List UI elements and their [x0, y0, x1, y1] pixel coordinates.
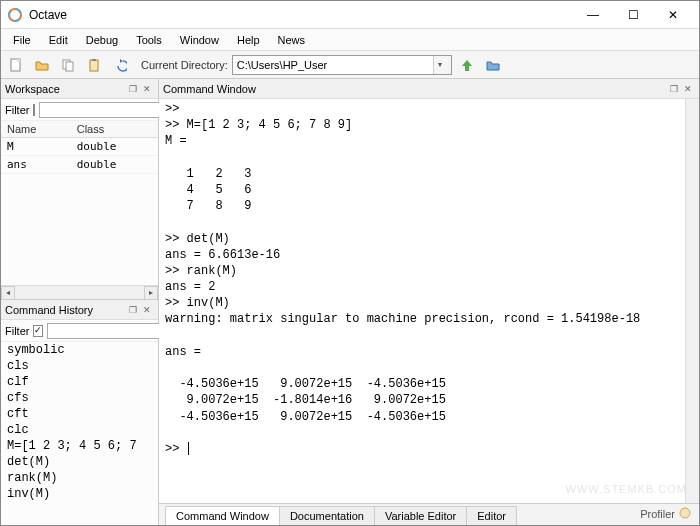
table-row[interactable]: ansdouble: [1, 156, 158, 174]
menu-help[interactable]: Help: [229, 32, 268, 48]
minimize-button[interactable]: —: [573, 2, 613, 28]
new-file-button[interactable]: [5, 54, 27, 76]
workspace-title: Workspace: [5, 83, 126, 95]
profiler-label: Profiler: [640, 508, 675, 520]
workspace-filter-input[interactable]: [39, 102, 168, 118]
command-window-title: Command Window: [163, 83, 667, 95]
undock-icon[interactable]: ❐: [667, 82, 681, 96]
svg-point-8: [680, 508, 690, 518]
close-panel-icon[interactable]: ✕: [140, 303, 154, 317]
list-item[interactable]: M=[1 2 3; 4 5 6; 7: [1, 438, 158, 454]
history-filter-label: Filter: [5, 325, 29, 337]
workspace-filter-checkbox[interactable]: [33, 104, 35, 116]
titlebar: Octave — ☐ ✕: [1, 1, 699, 29]
toolbar: Current Directory: ▾: [1, 51, 699, 79]
list-item[interactable]: cft: [1, 406, 158, 422]
close-button[interactable]: ✕: [653, 2, 693, 28]
undock-icon[interactable]: ❐: [126, 82, 140, 96]
tab-editor[interactable]: Editor: [466, 506, 517, 525]
dir-up-button[interactable]: [456, 54, 478, 76]
command-window-vscroll[interactable]: [685, 99, 699, 503]
history-filter-input[interactable]: [47, 323, 176, 339]
svg-rect-3: [17, 59, 20, 62]
window-title: Octave: [29, 8, 573, 22]
current-directory-label: Current Directory:: [141, 59, 228, 71]
undo-button[interactable]: [109, 54, 131, 76]
scroll-right-icon[interactable]: ▸: [144, 286, 158, 300]
var-class: double: [71, 156, 158, 174]
list-item[interactable]: cls: [1, 358, 158, 374]
list-item[interactable]: rank(M): [1, 470, 158, 486]
bottom-tabbar: Command Window Documentation Variable Ed…: [159, 503, 699, 525]
chevron-down-icon[interactable]: ▾: [433, 56, 447, 74]
history-header: Command History ❐ ✕: [1, 300, 158, 320]
app-icon: [7, 7, 23, 23]
workspace-hscroll[interactable]: ◂ ▸: [1, 285, 158, 299]
browse-folder-button[interactable]: [482, 54, 504, 76]
svg-rect-7: [92, 59, 96, 61]
statusbar: Profiler: [632, 503, 699, 525]
tab-command-window[interactable]: Command Window: [165, 506, 280, 525]
svg-rect-5: [66, 62, 73, 71]
var-name: M: [1, 138, 71, 156]
col-class[interactable]: Class: [71, 121, 158, 138]
command-window-header: Command Window ❐ ✕: [159, 79, 699, 99]
svg-rect-6: [90, 60, 98, 71]
workspace-filter-label: Filter: [5, 104, 29, 116]
menu-file[interactable]: File: [5, 32, 39, 48]
col-name[interactable]: Name: [1, 121, 71, 138]
list-item[interactable]: inv(M): [1, 486, 158, 502]
menu-debug[interactable]: Debug: [78, 32, 126, 48]
tab-variable-editor[interactable]: Variable Editor: [374, 506, 467, 525]
list-item[interactable]: clc: [1, 422, 158, 438]
open-folder-button[interactable]: [31, 54, 53, 76]
close-panel-icon[interactable]: ✕: [681, 82, 695, 96]
menu-edit[interactable]: Edit: [41, 32, 76, 48]
scroll-left-icon[interactable]: ◂: [1, 286, 15, 300]
history-title: Command History: [5, 304, 126, 316]
current-directory-input[interactable]: [233, 56, 433, 74]
var-name: ans: [1, 156, 71, 174]
menu-news[interactable]: News: [270, 32, 314, 48]
list-item[interactable]: symbolic: [1, 342, 158, 358]
history-list[interactable]: symbolicclsclfcfscftclcM=[1 2 3; 4 5 6; …: [1, 342, 158, 525]
paste-button[interactable]: [83, 54, 105, 76]
list-item[interactable]: cfs: [1, 390, 158, 406]
command-window-output[interactable]: >> >> M=[1 2 3; 4 5 6; 7 8 9] M = 1 2 3 …: [159, 99, 685, 503]
close-panel-icon[interactable]: ✕: [140, 82, 154, 96]
menubar: File Edit Debug Tools Window Help News: [1, 29, 699, 51]
profiler-icon[interactable]: [679, 507, 691, 521]
menu-window[interactable]: Window: [172, 32, 227, 48]
undock-icon[interactable]: ❐: [126, 303, 140, 317]
list-item[interactable]: det(M): [1, 454, 158, 470]
var-class: double: [71, 138, 158, 156]
maximize-button[interactable]: ☐: [613, 2, 653, 28]
table-row[interactable]: Mdouble: [1, 138, 158, 156]
history-filter-checkbox[interactable]: ✓: [33, 325, 43, 337]
copy-button[interactable]: [57, 54, 79, 76]
text-cursor: [188, 442, 189, 455]
workspace-header: Workspace ❐ ✕: [1, 79, 158, 99]
workspace-table: Name Class Mdoubleansdouble: [1, 121, 158, 174]
list-item[interactable]: clf: [1, 374, 158, 390]
current-directory-combo[interactable]: ▾: [232, 55, 452, 75]
tab-documentation[interactable]: Documentation: [279, 506, 375, 525]
menu-tools[interactable]: Tools: [128, 32, 170, 48]
